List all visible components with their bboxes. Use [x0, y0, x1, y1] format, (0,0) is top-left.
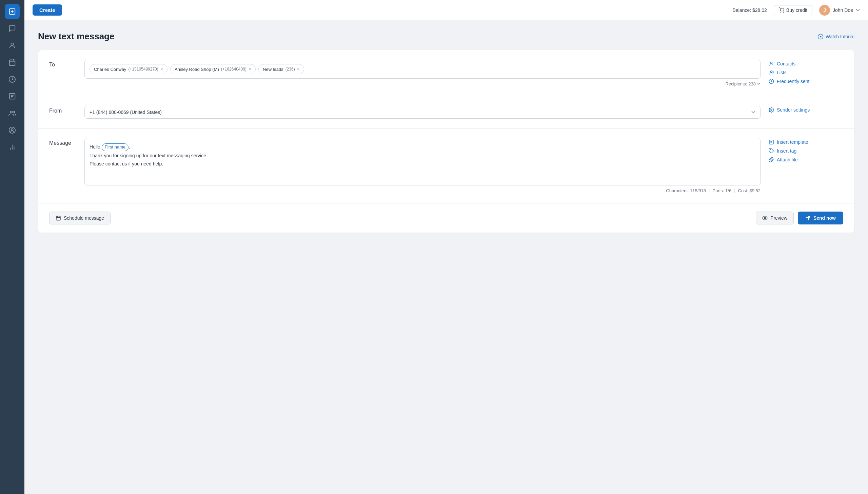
- message-actions: Insert template Insert tag Attach file: [769, 138, 843, 193]
- send-icon: [805, 215, 811, 221]
- svg-point-3: [11, 43, 13, 45]
- main-content: Create Balance: $28.02 Buy credit J John…: [24, 0, 868, 494]
- buy-credit-button[interactable]: Buy credit: [774, 5, 812, 15]
- sidebar: [0, 0, 24, 494]
- to-actions: Contacts Lists Frequently sent: [769, 60, 843, 87]
- tag-ahsley-remove[interactable]: ×: [249, 67, 251, 72]
- sidebar-item-team[interactable]: [5, 106, 20, 121]
- from-section: From +1 (844) 600-0669 (United States) S…: [38, 96, 854, 129]
- sidebar-item-account[interactable]: [5, 123, 20, 138]
- watch-tutorial-link[interactable]: Watch tutorial: [817, 34, 854, 40]
- tag-charles-remove[interactable]: ×: [160, 67, 163, 72]
- user-name: John Doe: [833, 7, 853, 13]
- balance-display: Balance: $28.02: [733, 7, 767, 13]
- svg-point-16: [11, 129, 13, 131]
- frequently-sent-action[interactable]: Frequently sent: [769, 79, 843, 84]
- svg-point-25: [770, 71, 772, 73]
- svg-marker-40: [806, 216, 810, 220]
- contacts-action-label: Contacts: [777, 61, 795, 66]
- sidebar-item-calendar[interactable]: [5, 55, 20, 70]
- play-circle-icon: [817, 34, 824, 40]
- sidebar-item-contacts[interactable]: [5, 38, 20, 53]
- svg-point-33: [770, 150, 771, 150]
- user-menu[interactable]: J John Doe: [819, 5, 860, 16]
- page-body: New text message Watch tutorial To Charl…: [24, 20, 868, 494]
- from-actions: Sender settings: [769, 106, 843, 119]
- svg-rect-4: [9, 60, 15, 66]
- preview-label: Preview: [770, 215, 787, 221]
- recipients-tags[interactable]: Charles Conway (+13105499270) × Ahsley R…: [84, 60, 760, 79]
- message-label: Message: [49, 138, 76, 193]
- svg-point-29: [771, 109, 772, 111]
- tag-newleads-remove[interactable]: ×: [297, 67, 300, 72]
- form-footer: Schedule message Preview Send now: [38, 203, 854, 233]
- from-input-area: +1 (844) 600-0669 (United States): [84, 106, 760, 119]
- message-comma: ,: [129, 144, 130, 150]
- avatar: J: [819, 5, 830, 16]
- stat-sep-1: |: [709, 188, 710, 193]
- page-title: New text message: [38, 31, 114, 42]
- attach-file-label: Attach file: [777, 157, 797, 163]
- sidebar-item-compose[interactable]: [5, 4, 20, 19]
- template-icon: [769, 139, 774, 145]
- message-line-2: Thank you for signing up for our text me…: [90, 152, 755, 159]
- from-select[interactable]: +1 (844) 600-0669 (United States): [84, 106, 760, 119]
- message-box[interactable]: Hello First name, Thank you for signing …: [84, 138, 760, 186]
- stat-characters: Characters: 115/918: [666, 188, 706, 193]
- schedule-button[interactable]: Schedule message: [49, 212, 111, 225]
- form-card: To Charles Conway (+13105499270) × Ahsle…: [38, 50, 854, 233]
- stat-sep-2: |: [734, 188, 735, 193]
- lists-action-label: Lists: [777, 70, 787, 75]
- message-line-3: Please contact us if you need help.: [90, 160, 755, 168]
- clock-icon: [769, 79, 774, 84]
- to-input-area: Charles Conway (+13105499270) × Ahsley R…: [84, 60, 760, 87]
- message-section: Message Hello First name, Thank you for …: [38, 129, 854, 203]
- to-section: To Charles Conway (+13105499270) × Ahsle…: [38, 50, 854, 96]
- contacts-action[interactable]: Contacts: [769, 61, 843, 66]
- topnav: Create Balance: $28.02 Buy credit J John…: [24, 0, 868, 20]
- gear-icon: [769, 107, 774, 113]
- tag-charles: Charles Conway (+13105499270) ×: [90, 64, 168, 74]
- tag-newleads-number: (236): [286, 67, 295, 72]
- message-stats: Characters: 115/918 | Parts: 1/6 | Cost:…: [84, 188, 760, 193]
- tag-ahsley-number: (+162640400): [221, 67, 247, 72]
- from-label: From: [49, 106, 76, 119]
- recipients-chevron-icon: [757, 83, 760, 85]
- svg-point-24: [770, 62, 772, 64]
- svg-point-38: [764, 217, 766, 219]
- cart-icon: [779, 7, 784, 13]
- svg-marker-23: [820, 36, 822, 38]
- send-label: Send now: [813, 215, 836, 221]
- lists-action[interactable]: Lists: [769, 70, 843, 75]
- send-button[interactable]: Send now: [798, 212, 843, 225]
- firstname-tag[interactable]: First name: [102, 144, 129, 151]
- tag-charles-number: (+13105499270): [128, 67, 158, 72]
- stat-cost: Cost: $9.52: [738, 188, 761, 193]
- send-actions: Preview Send now: [756, 212, 843, 225]
- recipients-count: Recipients: 238: [725, 81, 756, 87]
- to-label: To: [49, 60, 76, 87]
- sidebar-item-history[interactable]: [5, 72, 20, 87]
- svg-point-13: [11, 111, 13, 113]
- sidebar-item-messages[interactable]: [5, 21, 20, 36]
- sidebar-item-tasks[interactable]: [5, 89, 20, 104]
- svg-rect-34: [56, 216, 60, 221]
- frequently-sent-label: Frequently sent: [777, 79, 810, 84]
- tag-newleads-name: New leads: [263, 67, 284, 72]
- svg-point-20: [780, 12, 781, 12]
- buy-credit-label: Buy credit: [786, 7, 807, 13]
- tag-icon: [769, 148, 774, 154]
- insert-tag-action[interactable]: Insert tag: [769, 148, 843, 154]
- chevron-down-icon: [856, 9, 860, 12]
- insert-template-action[interactable]: Insert template: [769, 139, 843, 145]
- page-header: New text message Watch tutorial: [38, 31, 854, 42]
- attach-file-action[interactable]: Attach file: [769, 157, 843, 163]
- sender-settings-action[interactable]: Sender settings: [769, 107, 843, 113]
- create-button[interactable]: Create: [33, 4, 62, 16]
- stat-parts: Parts: 1/6: [712, 188, 731, 193]
- preview-button[interactable]: Preview: [756, 212, 794, 225]
- calendar-icon: [56, 215, 61, 221]
- eye-icon: [762, 215, 768, 221]
- sidebar-item-analytics[interactable]: [5, 140, 20, 155]
- watch-tutorial-label: Watch tutorial: [826, 34, 854, 39]
